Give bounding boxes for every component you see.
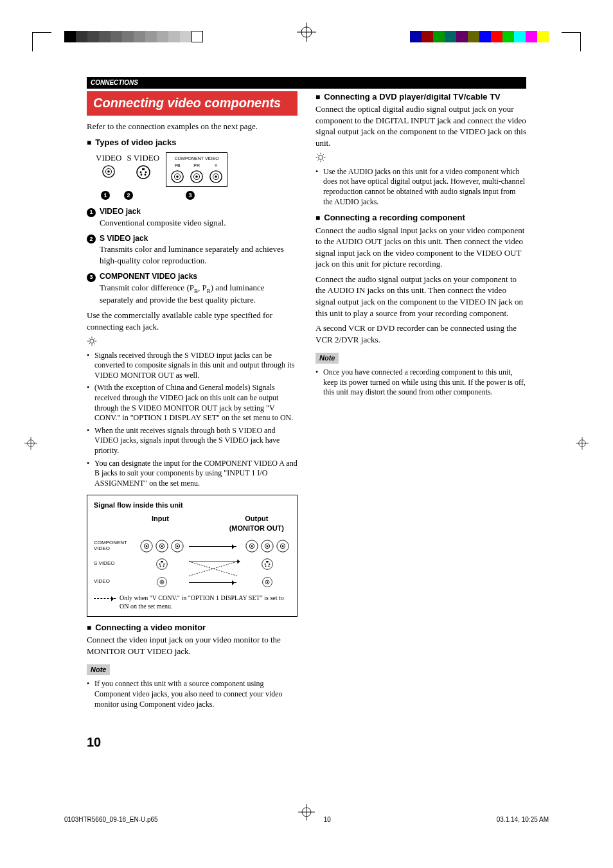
rec-p3: A second VCR or DVD recorder can be conn… bbox=[315, 323, 526, 345]
item-1-head: 1VIDEO jack bbox=[87, 206, 298, 217]
number-badge-2: 2 bbox=[124, 191, 133, 200]
item-2-head: 2S VIDEO jack bbox=[87, 233, 298, 244]
jack-diagram: VIDEO S VIDEO COMPONENT VIDEO PB PR Y bbox=[96, 152, 298, 188]
rca-jack-icon bbox=[170, 170, 184, 184]
svg-point-57 bbox=[163, 563, 164, 565]
svg-point-66 bbox=[265, 563, 266, 565]
footer-date: 03.1.14, 10:25 AM bbox=[497, 815, 549, 824]
label-svideo: S VIDEO bbox=[127, 152, 159, 164]
svg-line-32 bbox=[89, 338, 90, 339]
flow-title: Signal flow inside this unit bbox=[94, 500, 290, 510]
heading-dvd: Connecting a DVD player/digital TV/cable… bbox=[315, 91, 526, 103]
svg-point-27 bbox=[90, 339, 94, 343]
svg-point-54 bbox=[157, 559, 168, 570]
note-list-rec: Once you have connected a recording comp… bbox=[315, 368, 526, 398]
flow-legend-text: Only when "V CONV." in "OPTION 1 DISPLAY… bbox=[120, 594, 290, 611]
note-label: Note bbox=[87, 664, 110, 675]
svg-point-12 bbox=[137, 166, 150, 179]
rec-p1: Connect the audio signal input jacks on … bbox=[315, 225, 526, 270]
item-3-body: Transmit color difference (PB, PR) and l… bbox=[100, 282, 298, 306]
title-banner: Connecting video components bbox=[87, 91, 298, 116]
tips-list-a: Signals received through the S VIDEO inp… bbox=[87, 351, 298, 489]
svg-point-56 bbox=[159, 563, 161, 565]
flow-row-label: S VIDEO bbox=[94, 561, 135, 567]
item-1-body: Conventional composite video signal. bbox=[100, 217, 298, 229]
svg-line-34 bbox=[94, 338, 95, 339]
svg-point-14 bbox=[139, 172, 141, 173]
label-pr: PR bbox=[193, 163, 200, 168]
svg-point-16 bbox=[140, 174, 142, 176]
tip-bullet: (With the exception of China and General… bbox=[87, 383, 298, 423]
monitor-body: Connect the video input jack on your vid… bbox=[87, 634, 298, 657]
tip-bullet: Use the AUDIO jacks on this unit for a v… bbox=[315, 167, 526, 207]
signal-flow-diagram: Signal flow inside this unit Input Outpu… bbox=[87, 495, 298, 617]
dashed-arrow-icon bbox=[94, 598, 116, 599]
footer-filename: 0103HTR5660_09-18_EN-U.p65 bbox=[64, 815, 158, 824]
svg-point-44 bbox=[177, 545, 179, 547]
registration-crosshair-icon bbox=[24, 437, 37, 450]
color-bar-right bbox=[410, 31, 549, 42]
tip-icon bbox=[315, 152, 326, 163]
registration-crosshair-icon bbox=[298, 804, 315, 820]
svg-point-75 bbox=[267, 581, 268, 583]
page-number: 10 bbox=[87, 734, 526, 751]
note-bullet: Once you have connected a recording comp… bbox=[315, 368, 526, 398]
number-badge-3: 3 bbox=[186, 191, 195, 200]
dvd-tip-list: Use the AUDIO jacks on this unit for a v… bbox=[315, 167, 526, 207]
svg-point-58 bbox=[160, 565, 161, 567]
print-footer: 0103HTR5660_09-18_EN-U.p65 10 03.1.14, 1… bbox=[0, 777, 613, 844]
svg-line-33 bbox=[94, 343, 95, 344]
svg-point-64 bbox=[262, 559, 273, 570]
color-bar-left bbox=[64, 31, 203, 42]
tip-bullet: When the unit receives signals through b… bbox=[87, 426, 298, 456]
svg-line-84 bbox=[317, 159, 319, 161]
svg-point-50 bbox=[267, 545, 269, 547]
svg-point-68 bbox=[265, 565, 267, 567]
svg-point-23 bbox=[195, 176, 198, 179]
svg-line-35 bbox=[89, 343, 90, 344]
note-list-monitor: If you connect this unit with a source c… bbox=[87, 679, 298, 709]
item-3-head: 3COMPONENT VIDEO jacks bbox=[87, 271, 298, 281]
svg-point-41 bbox=[161, 545, 163, 547]
jack-numbers: 1 2 3 bbox=[101, 191, 298, 200]
left-column: Connecting video components Refer to the… bbox=[87, 91, 298, 715]
tip-bullet: You can designate the input for the COMP… bbox=[87, 459, 298, 489]
registration-crosshair-icon bbox=[576, 437, 589, 450]
rca-jack-icon bbox=[102, 164, 116, 179]
heading-connecting-monitor: Connecting a video monitor bbox=[87, 622, 298, 633]
footer-page: 10 bbox=[324, 815, 331, 824]
svg-point-11 bbox=[107, 170, 110, 173]
rec-p2: Connect the audio signal output jacks on… bbox=[315, 274, 526, 319]
item-2-body: Transmits color and luminance separately… bbox=[100, 244, 298, 266]
section-header: CONNECTIONS bbox=[87, 77, 526, 89]
svg-point-59 bbox=[163, 565, 164, 567]
label-y: Y bbox=[215, 163, 218, 168]
registration-crosshair-icon bbox=[297, 22, 316, 42]
svg-line-82 bbox=[323, 159, 324, 161]
svg-point-67 bbox=[269, 563, 270, 565]
dvd-body: Connect the optical digital audio signal… bbox=[315, 103, 526, 148]
flow-output-label-1: Output bbox=[245, 515, 268, 522]
svg-point-47 bbox=[251, 545, 253, 547]
svg-point-76 bbox=[319, 155, 323, 159]
svg-rect-65 bbox=[266, 561, 268, 563]
tip-bullet: Signals received through the S VIDEO inp… bbox=[87, 351, 298, 381]
heading-types-of-jacks: Types of video jacks bbox=[87, 137, 298, 148]
svg-line-83 bbox=[323, 154, 324, 155]
svg-line-81 bbox=[317, 154, 319, 155]
cable-note: Use the commercially available cable typ… bbox=[87, 310, 298, 332]
print-registration-top bbox=[0, 0, 613, 58]
heading-recording: Connecting a recording component bbox=[315, 212, 526, 224]
flow-row-label: VIDEO bbox=[94, 579, 135, 585]
note-label: Note bbox=[315, 353, 339, 364]
label-component: COMPONENT VIDEO bbox=[170, 155, 223, 161]
intro-text: Refer to the connection examples on the … bbox=[87, 121, 298, 132]
flow-output-label-2: (MONITOR OUT) bbox=[229, 524, 284, 532]
svg-point-20 bbox=[176, 176, 179, 179]
flow-row-label: COMPONENT VIDEO bbox=[94, 540, 135, 552]
svideo-jack-icon bbox=[136, 164, 151, 180]
rca-jack-icon bbox=[190, 170, 204, 184]
svg-marker-61 bbox=[237, 560, 240, 563]
label-pb: PB bbox=[174, 163, 180, 168]
svg-point-69 bbox=[269, 565, 270, 567]
